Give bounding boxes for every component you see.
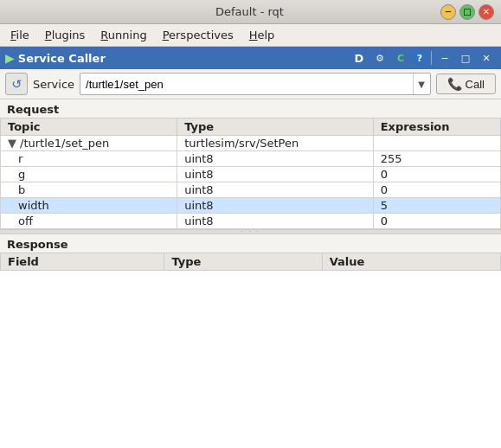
service-label: Service — [33, 78, 74, 91]
service-row: ↺ Service ▼ 📞 Call — [0, 69, 501, 99]
table-row[interactable]: guint80 — [1, 167, 501, 182]
table-row[interactable]: widthuint85 — [1, 198, 501, 214]
expression-cell[interactable]: 5 — [373, 198, 500, 214]
expression-cell[interactable]: 0 — [373, 167, 500, 182]
request-table-area: Topic Type Expression ▼/turtle1/set_pent… — [0, 118, 501, 229]
expression-cell[interactable]: 0 — [373, 182, 500, 198]
resp-col-type: Type — [164, 253, 322, 271]
type-cell: uint8 — [177, 182, 373, 198]
topic-cell: off — [1, 214, 177, 229]
resp-col-value: Value — [322, 253, 500, 271]
col-topic: Topic — [1, 118, 177, 136]
response-table-area: Field Type Value — [0, 253, 501, 448]
toolbar-separator — [431, 51, 432, 65]
toolbar-icons: D ⚙ C ? − □ ✕ — [350, 48, 496, 67]
response-section: Response Field Type Value — [0, 234, 501, 448]
topic-cell: width — [1, 198, 177, 214]
response-label: Response — [0, 234, 501, 253]
expression-cell[interactable]: 255 — [373, 151, 500, 167]
service-dropdown-button[interactable]: ▼ — [413, 74, 430, 94]
close-button[interactable]: ✕ — [479, 4, 494, 20]
expression-cell[interactable]: 0 — [373, 214, 500, 229]
service-caller-bar: ▶ Service Caller D ⚙ C ? − □ ✕ — [0, 47, 501, 69]
window-title: Default - rqt — [59, 5, 440, 18]
undock-icon[interactable]: − — [435, 48, 454, 67]
menu-file[interactable]: File — [3, 27, 36, 43]
type-cell: uint8 — [177, 167, 373, 182]
resp-col-field: Field — [1, 253, 164, 271]
section-arrow-icon: ▶ — [5, 51, 15, 65]
type-cell: turtlesim/srv/SetPen — [177, 136, 373, 151]
type-cell: uint8 — [177, 151, 373, 167]
content-area: ▶ Service Caller D ⚙ C ? − □ ✕ ↺ Service… — [0, 47, 501, 448]
detach-icon[interactable]: □ — [456, 48, 475, 67]
topic-cell: ▼/turtle1/set_pen — [1, 136, 177, 151]
close-panel-icon[interactable]: ✕ — [477, 48, 496, 67]
menu-plugins[interactable]: Plugins — [38, 27, 93, 43]
topic-cell: r — [1, 151, 177, 167]
call-button[interactable]: 📞 Call — [436, 74, 496, 94]
menu-running[interactable]: Running — [93, 27, 153, 43]
request-table: Topic Type Expression ▼/turtle1/set_pent… — [0, 118, 501, 229]
expression-cell[interactable] — [373, 136, 500, 151]
request-section: Request Topic Type Expression ▼/turtle1/… — [0, 99, 501, 229]
type-cell: uint8 — [177, 214, 373, 229]
title-bar: Default - rqt − □ ✕ — [0, 0, 501, 24]
request-table-body: ▼/turtle1/set_penturtlesim/srv/SetPenrui… — [1, 136, 501, 229]
maximize-button[interactable]: □ — [459, 4, 475, 20]
refresh-button[interactable]: ↺ — [5, 73, 28, 95]
d-icon[interactable]: D — [350, 48, 369, 67]
help-icon[interactable]: ? — [412, 50, 427, 66]
gear-icon[interactable]: ⚙ — [370, 48, 389, 67]
c-refresh-icon[interactable]: C — [391, 48, 410, 67]
service-input[interactable] — [80, 76, 413, 93]
call-icon: 📞 — [447, 77, 462, 91]
table-row[interactable]: buint80 — [1, 182, 501, 198]
table-row[interactable]: ▼/turtle1/set_penturtlesim/srv/SetPen — [1, 136, 501, 151]
service-caller-title: Service Caller — [18, 52, 346, 65]
table-row[interactable]: ruint8255 — [1, 151, 501, 167]
response-table: Field Type Value — [0, 253, 501, 271]
type-cell: uint8 — [177, 198, 373, 214]
menu-bar: File Plugins Running Perspectives Help — [0, 24, 501, 47]
request-label: Request — [0, 99, 501, 118]
topic-cell: g — [1, 167, 177, 182]
topic-cell: b — [1, 182, 177, 198]
window-controls: − □ ✕ — [440, 4, 494, 20]
menu-perspectives[interactable]: Perspectives — [156, 27, 241, 43]
service-input-container: ▼ — [80, 73, 431, 95]
menu-help[interactable]: Help — [242, 27, 282, 43]
table-row[interactable]: offuint80 — [1, 214, 501, 229]
minimize-button[interactable]: − — [440, 4, 456, 20]
col-type: Type — [177, 118, 373, 136]
col-expression: Expression — [373, 118, 500, 136]
